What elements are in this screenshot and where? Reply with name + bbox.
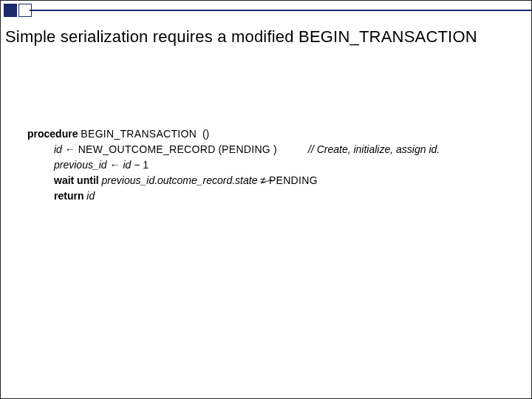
kw-return: return xyxy=(54,190,83,202)
l1-arrow: ← xyxy=(65,143,75,155)
l4-id: id xyxy=(86,190,95,202)
l1-arg: PENDING xyxy=(222,143,270,155)
l2-id: id xyxy=(123,159,131,171)
code-block: procedure BEGIN_TRANSACTION () id ← NEW_… xyxy=(27,126,318,204)
code-line-1: id ← NEW_OUTCOME_RECORD (PENDING )// Cre… xyxy=(27,142,318,157)
kw-wait: wait until xyxy=(54,174,99,186)
l2-rest: − 1 xyxy=(131,159,149,171)
l1-id: id xyxy=(54,143,62,155)
l3-expr: previous_id.outcome_record.state xyxy=(102,174,258,186)
slide-decor xyxy=(4,4,532,17)
code-line-3: wait until previous_id.outcome_record.st… xyxy=(27,173,318,188)
l1-comment: // Create, initialize, assign id. xyxy=(308,142,440,157)
code-line-2: previous_id ← id − 1 xyxy=(27,157,318,173)
l1-call: NEW_OUTCOME_RECORD xyxy=(78,143,216,155)
kw-procedure: procedure xyxy=(27,128,78,140)
decor-line xyxy=(30,10,532,11)
code-line-4: return id xyxy=(27,188,318,204)
proc-name: BEGIN_TRANSACTION xyxy=(81,128,197,140)
decor-square-filled xyxy=(4,4,17,17)
slide-title: Simple serialization requires a modified… xyxy=(5,27,477,47)
code-line-proc: procedure BEGIN_TRANSACTION () xyxy=(27,126,318,142)
neq-symbol: ≠ xyxy=(260,173,266,188)
l2-prev: previous_id xyxy=(54,159,107,171)
proc-parens: () xyxy=(202,128,209,140)
l3-pending: PENDING xyxy=(269,174,318,186)
l2-arrow: ← xyxy=(110,159,120,171)
